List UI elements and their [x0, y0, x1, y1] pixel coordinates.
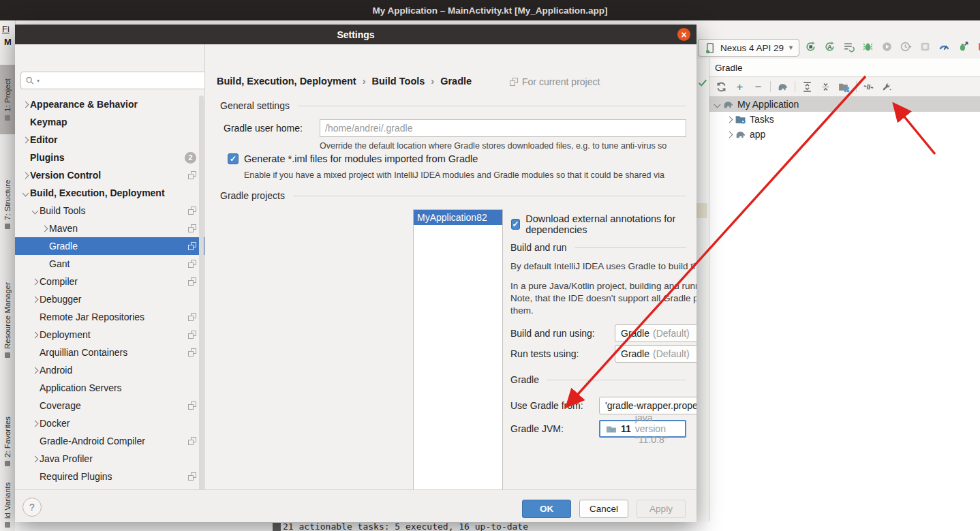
run-configurations-list-icon[interactable]	[842, 40, 855, 53]
chevron-down-icon[interactable]	[20, 188, 30, 198]
settings-nav-editor[interactable]: Editor	[15, 131, 204, 149]
settings-content: Build, Execution, Deployment›Build Tools…	[205, 44, 696, 489]
generate-iml-label[interactable]: Generate *.iml files for modules importe…	[244, 153, 478, 164]
settings-search[interactable]: ▾	[20, 72, 205, 89]
copy-icon	[188, 437, 196, 445]
settings-nav-version-control[interactable]: Version Control	[15, 166, 204, 184]
settings-nav-deployment[interactable]: Deployment	[15, 326, 204, 344]
settings-nav-plugins[interactable]: Plugins2	[15, 149, 204, 166]
tool-window-tab-1-project[interactable]: 1: Project	[0, 65, 15, 134]
breadcrumb-segment-gradle[interactable]: Gradle	[440, 76, 472, 87]
chevron-placeholder	[30, 401, 40, 410]
debug-icon[interactable]	[861, 40, 874, 53]
settings-nav-docker[interactable]: Docker	[15, 414, 204, 432]
breadcrumb-segment-build-execution-deployment[interactable]: Build, Execution, Deployment	[217, 76, 356, 87]
gradle-icon	[722, 98, 735, 111]
cancel-button[interactable]: Cancel	[579, 500, 628, 518]
gradle-project-item-myapplication82[interactable]: MyApplication82	[414, 210, 502, 225]
tool-window-tab-7-structure[interactable]: 7: Structure	[0, 170, 15, 239]
attach-process-disabled-icon[interactable]	[919, 40, 932, 53]
settings-nav-arquillian-containers[interactable]: Arquillian Containers	[15, 344, 204, 361]
checkbox-checked-icon[interactable]: ✓	[511, 219, 520, 230]
apply-button-disabled[interactable]: Apply	[637, 500, 686, 518]
settings-nav-gradle[interactable]: Gradle	[15, 237, 204, 255]
gradle-user-home-input[interactable]	[320, 119, 686, 137]
offline-mode-icon[interactable]	[862, 80, 875, 93]
download-annotations-label[interactable]: Download external annotations for depend…	[525, 213, 696, 235]
profiler-gauge-icon[interactable]	[938, 40, 951, 53]
settings-nav-appearance-behavior[interactable]: Appearance & Behavior	[15, 95, 204, 113]
chevron-right-icon[interactable]	[724, 115, 734, 124]
settings-nav-gradle-android-compiler[interactable]: Gradle-Android Compiler	[15, 432, 204, 450]
chevron-right-icon[interactable]	[20, 135, 30, 145]
chevron-down-icon[interactable]	[30, 206, 40, 215]
chevron-placeholder	[30, 383, 40, 393]
chevron-placeholder	[40, 259, 49, 269]
attach-debugger-icon[interactable]	[957, 40, 970, 53]
settings-nav-android[interactable]: Android	[15, 361, 204, 379]
settings-nav-keymap[interactable]: Keymap	[15, 113, 204, 131]
remove-icon[interactable]: −	[752, 80, 765, 93]
ok-button[interactable]: OK	[522, 500, 571, 518]
build-run-using-dropdown[interactable]: Gradle (Default) ▼	[615, 324, 696, 342]
close-icon[interactable]: ×	[677, 28, 690, 41]
settings-nav-maven[interactable]: Maven	[15, 219, 204, 237]
chevron-right-icon[interactable]	[30, 330, 40, 339]
chevron-right-icon[interactable]	[30, 277, 40, 286]
gradle-tree-item-app[interactable]: app	[709, 127, 980, 142]
settings-nav-application-servers[interactable]: Application Servers	[15, 379, 204, 397]
run-tests-using-dropdown[interactable]: Gradle (Default) ▼	[615, 345, 696, 363]
breadcrumb-segment-build-tools[interactable]: Build Tools	[371, 76, 425, 87]
search-input[interactable]	[42, 75, 202, 87]
checkbox-checked-icon[interactable]: ✓	[228, 153, 239, 164]
gradle-tree-item-my-application[interactable]: My Application	[709, 97, 980, 112]
gradle-tree-item-tasks[interactable]: Tasks	[709, 112, 980, 127]
apply-code-changes-icon[interactable]: A	[823, 40, 836, 53]
gradle-jvm-combobox[interactable]: 11 java version "11.0.8"	[599, 420, 686, 438]
settings-nav-build-tools[interactable]: Build Tools	[15, 202, 204, 219]
tool-window-tab-2-favorites[interactable]: 2: Favorites	[0, 407, 15, 475]
chevron-right-icon[interactable]	[30, 419, 40, 428]
settings-nav-coverage[interactable]: Coverage	[15, 397, 204, 414]
device-selector[interactable]: Nexus 4 API 29 ▼	[698, 39, 799, 57]
settings-nav-build-execution-deployment[interactable]: Build, Execution, Deployment	[15, 184, 204, 202]
tool-window-tab-icon	[5, 461, 10, 466]
chevron-right-icon[interactable]	[30, 294, 40, 304]
chevron-right-icon[interactable]	[20, 100, 30, 109]
record-disabled-icon[interactable]	[900, 40, 913, 53]
settings-nav-compiler[interactable]: Compiler	[15, 273, 204, 290]
menu-file-partial[interactable]: Fi	[2, 24, 10, 34]
group-tasks-icon[interactable]	[838, 80, 851, 93]
build-run-paragraph-2a: In a pure Java/Kotlin project, building …	[510, 280, 696, 292]
settings-nav-java-profiler[interactable]: Java Profiler	[15, 450, 204, 468]
profile-disabled-icon[interactable]	[881, 40, 893, 53]
settings-dialog-titlebar[interactable]: Settings ×	[15, 25, 696, 44]
sidebar-scrollbar[interactable]	[199, 95, 204, 489]
add-icon[interactable]: +	[733, 80, 746, 93]
help-button[interactable]: ?	[22, 498, 42, 517]
chevron-right-icon[interactable]	[20, 170, 30, 180]
gradle-user-home-label: Gradle user home:	[224, 123, 320, 134]
chevron-right-icon[interactable]	[30, 454, 40, 464]
execute-task-icon[interactable]	[776, 80, 789, 93]
chevron-right-icon[interactable]	[40, 224, 49, 233]
sync-icon[interactable]	[715, 80, 728, 93]
gradle-projects-list: MyApplication82	[413, 209, 503, 489]
settings-nav-gant[interactable]: Gant	[15, 255, 204, 273]
collapse-all-icon[interactable]	[819, 80, 832, 93]
settings-sidebar: ▾ Appearance & BehaviorKeymapEditorPlugi…	[15, 44, 205, 489]
search-options-caret-icon[interactable]: ▾	[37, 78, 40, 84]
chevron-right-icon[interactable]	[30, 365, 40, 375]
settings-nav-required-plugins[interactable]: Required Plugins	[15, 468, 204, 485]
stop-icon[interactable]	[976, 40, 980, 53]
tool-window-tab-resource-manager[interactable]: Resource Manager	[0, 262, 15, 378]
settings-wrench-icon[interactable]	[881, 80, 893, 93]
chevron-down-icon[interactable]	[712, 100, 722, 109]
settings-nav-debugger[interactable]: Debugger	[15, 290, 204, 308]
settings-nav-remote-jar-repositories[interactable]: Remote Jar Repositories	[15, 308, 204, 326]
apply-changes-icon[interactable]	[804, 40, 817, 53]
chevron-right-icon[interactable]	[724, 130, 734, 139]
copy-icon	[188, 472, 196, 481]
tool-window-tab-ld-variants[interactable]: ld Variants	[0, 479, 15, 531]
expand-all-icon[interactable]	[801, 80, 814, 93]
